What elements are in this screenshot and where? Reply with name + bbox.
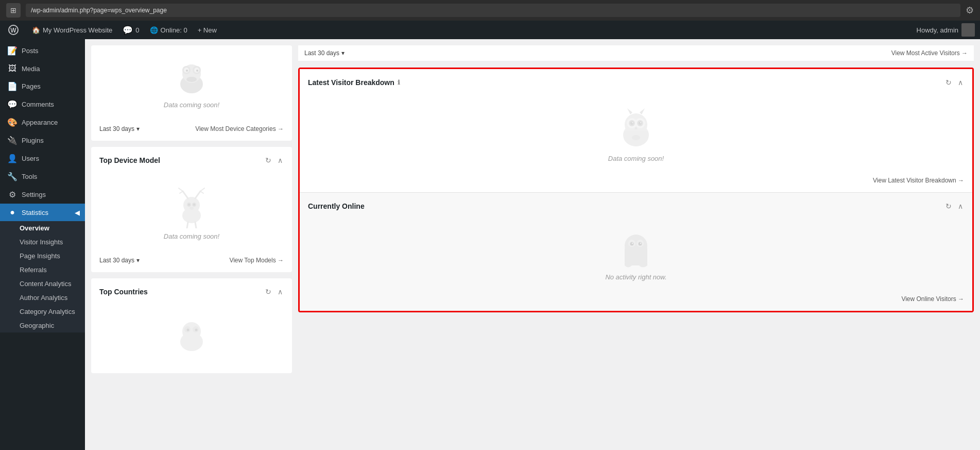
howdy-text[interactable]: Howdy, admin bbox=[912, 23, 980, 37]
sidebar-sub-overview[interactable]: Overview bbox=[0, 221, 85, 235]
ghost-creature-img-2 bbox=[171, 313, 212, 355]
latest-visitor-breakdown-section: Latest Visitor Breakdown ℹ ↻ ∧ bbox=[300, 69, 972, 192]
avatar bbox=[961, 23, 975, 37]
right-top-bar: Last 30 days ▾ View Most Active Visitors… bbox=[298, 45, 974, 61]
svg-point-50 bbox=[630, 242, 634, 246]
view-device-categories-link[interactable]: View Most Device Categories → bbox=[195, 125, 284, 132]
sidebar-label-users: Users bbox=[22, 155, 39, 162]
sidebar-item-plugins[interactable]: 🔌 Plugins bbox=[0, 131, 85, 149]
wp-admin-bar: W 🏠 My WordPress Website 💬 0 🌐 Online: 0… bbox=[0, 21, 980, 39]
svg-point-9 bbox=[196, 70, 198, 72]
online-empty-state: No activity right now. bbox=[308, 218, 964, 291]
top-device-model-card: Top Device Model ↻ ∧ bbox=[91, 147, 292, 272]
online-refresh-button[interactable]: ↻ bbox=[944, 201, 953, 211]
svg-point-31 bbox=[195, 329, 198, 331]
sidebar-sub-page-insights[interactable]: Page Insights bbox=[0, 249, 85, 263]
media-icon: 🖼 bbox=[7, 64, 18, 73]
svg-point-45 bbox=[632, 135, 640, 140]
left-column: Data coming soon! Last 30 days ▾ View Mo… bbox=[91, 45, 292, 444]
new-label: + New bbox=[198, 26, 217, 34]
sidebar-item-posts[interactable]: 📝 Posts bbox=[0, 42, 85, 60]
sidebar-sub-referrals[interactable]: Referrals bbox=[0, 263, 85, 277]
columns-layout: Data coming soon! Last 30 days ▾ View Mo… bbox=[85, 39, 980, 450]
sidebar-item-settings[interactable]: ⚙ Settings bbox=[0, 186, 85, 204]
sidebar-sub-geographic[interactable]: Geographic bbox=[0, 319, 85, 332]
browser-settings-icon[interactable]: ⚙ bbox=[966, 5, 974, 16]
device-categories-footer: Last 30 days ▾ View Most Device Categori… bbox=[99, 125, 284, 132]
browser-grid-icon[interactable]: ⊞ bbox=[6, 3, 21, 18]
latest-visitor-breakdown-header: Latest Visitor Breakdown ℹ ↻ ∧ bbox=[308, 77, 964, 88]
currently-online-section: Currently Online ↻ ∧ bbox=[300, 192, 972, 311]
collapse-button[interactable]: ∧ bbox=[277, 155, 284, 165]
comments-icon: 💬 bbox=[7, 99, 18, 109]
svg-marker-34 bbox=[627, 108, 632, 114]
device-categories-card: Data coming soon! Last 30 days ▾ View Mo… bbox=[91, 45, 292, 141]
online-actions: ↻ ∧ bbox=[944, 201, 964, 211]
collapse-button-countries[interactable]: ∧ bbox=[277, 287, 284, 297]
sidebar-sub-content-analytics[interactable]: Content Analytics bbox=[0, 277, 85, 291]
right-panel-highlight: Latest Visitor Breakdown ℹ ↻ ∧ bbox=[298, 68, 974, 312]
top-device-model-date[interactable]: Last 30 days ▾ bbox=[99, 257, 140, 264]
lvb-refresh-button[interactable]: ↻ bbox=[944, 77, 953, 88]
svg-point-12 bbox=[183, 197, 200, 213]
info-icon[interactable]: ℹ bbox=[398, 79, 400, 86]
url-text: /wp-admin/admin.php?page=wps_overview_pa… bbox=[31, 7, 167, 14]
svg-point-10 bbox=[186, 77, 197, 82]
sidebar: 📝 Posts 🖼 Media 📄 Pages 💬 Comments 🎨 App… bbox=[0, 39, 85, 450]
admin-bar-comments[interactable]: 💬 0 bbox=[117, 21, 144, 39]
sidebar-submenu: Overview Visitor Insights Page Insights … bbox=[0, 221, 85, 332]
browser-bar: ⊞ /wp-admin/admin.php?page=wps_overview_… bbox=[0, 0, 980, 21]
wp-logo[interactable]: W bbox=[0, 25, 27, 35]
sidebar-sub-author-analytics[interactable]: Author Analytics bbox=[0, 291, 85, 305]
sidebar-menu: 📝 Posts 🖼 Media 📄 Pages 💬 Comments 🎨 App… bbox=[0, 39, 85, 221]
howdy-label: Howdy, admin bbox=[917, 26, 958, 34]
refresh-button-countries[interactable]: ↻ bbox=[264, 287, 272, 297]
currently-online-title: Currently Online bbox=[308, 202, 365, 210]
svg-line-24 bbox=[187, 222, 188, 228]
svg-point-47 bbox=[625, 235, 647, 257]
statistics-icon: ● bbox=[7, 208, 18, 217]
svg-text:W: W bbox=[10, 27, 16, 34]
posts-icon: 📝 bbox=[7, 46, 18, 56]
sidebar-item-comments[interactable]: 💬 Comments bbox=[0, 95, 85, 113]
top-device-model-empty: Data coming soon! bbox=[99, 172, 284, 251]
device-categories-empty-text: Data coming soon! bbox=[164, 101, 219, 109]
online-empty-text: No activity right now. bbox=[605, 273, 666, 281]
top-countries-title: Top Countries bbox=[99, 288, 148, 296]
device-categories-date[interactable]: Last 30 days ▾ bbox=[99, 125, 140, 132]
sidebar-item-pages[interactable]: 📄 Pages bbox=[0, 77, 85, 95]
view-online-visitors-link[interactable]: View Online Visitors → bbox=[901, 295, 964, 303]
admin-bar-site[interactable]: 🏠 My WordPress Website bbox=[27, 21, 117, 39]
view-top-models-link[interactable]: View Top Models → bbox=[229, 257, 284, 264]
sidebar-item-statistics[interactable]: ● Statistics ◀ bbox=[0, 204, 85, 221]
svg-line-14 bbox=[179, 188, 183, 191]
view-lvb-link[interactable]: View Latest Visitor Breakdown → bbox=[873, 177, 964, 184]
lvb-collapse-button[interactable]: ∧ bbox=[957, 77, 964, 88]
right-top-date[interactable]: Last 30 days ▾ bbox=[304, 49, 345, 57]
pages-icon: 📄 bbox=[7, 81, 18, 91]
sidebar-item-users[interactable]: 👤 Users bbox=[0, 149, 85, 168]
svg-point-30 bbox=[187, 329, 190, 331]
sidebar-item-appearance[interactable]: 🎨 Appearance bbox=[0, 113, 85, 131]
view-active-visitors-link[interactable]: View Most Active Visitors → bbox=[891, 49, 968, 57]
admin-bar-online[interactable]: 🌐 Online: 0 bbox=[145, 21, 193, 39]
site-name: My WordPress Website bbox=[43, 26, 112, 34]
svg-point-27 bbox=[182, 322, 201, 341]
right-top-date-label: Last 30 days bbox=[304, 49, 339, 57]
sidebar-item-tools[interactable]: 🔧 Tools bbox=[0, 168, 85, 186]
main-layout: 📝 Posts 🖼 Media 📄 Pages 💬 Comments 🎨 App… bbox=[0, 39, 980, 450]
top-device-model-actions: ↻ ∧ bbox=[264, 155, 284, 165]
svg-line-13 bbox=[183, 191, 188, 198]
online-collapse-button[interactable]: ∧ bbox=[957, 201, 964, 211]
chevron-down-icon-2: ▾ bbox=[136, 257, 140, 264]
top-device-model-title: Top Device Model bbox=[99, 156, 160, 164]
refresh-button[interactable]: ↻ bbox=[264, 155, 272, 165]
svg-point-21 bbox=[188, 204, 190, 206]
svg-point-23 bbox=[190, 207, 194, 210]
browser-url-bar[interactable]: /wp-admin/admin.php?page=wps_overview_pa… bbox=[26, 4, 960, 17]
sidebar-label-statistics: Statistics bbox=[22, 209, 48, 216]
admin-bar-new[interactable]: + New bbox=[193, 21, 222, 39]
sidebar-sub-category-analytics[interactable]: Category Analytics bbox=[0, 305, 85, 319]
sidebar-item-media[interactable]: 🖼 Media bbox=[0, 60, 85, 77]
sidebar-sub-visitor-insights[interactable]: Visitor Insights bbox=[0, 235, 85, 249]
